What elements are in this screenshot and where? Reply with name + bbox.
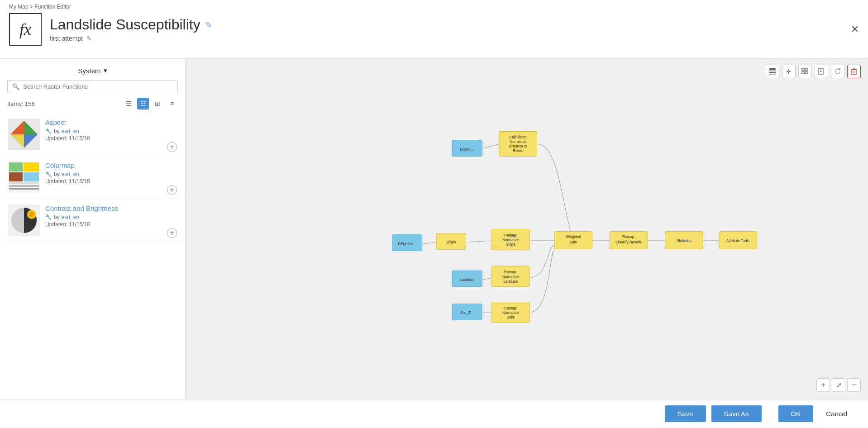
svg-point-17: [29, 212, 34, 217]
zoom-in-button[interactable]: +: [816, 378, 830, 392]
node-calc-normalize[interactable]: Calculator: Normalize Distance to Rivers: [499, 131, 537, 156]
cancel-button[interactable]: Cancel: [819, 405, 854, 422]
add-colormap-button[interactable]: +: [167, 185, 177, 195]
flow-diagram: Distan... DEM Sm... Landuse Soil_T...: [186, 59, 868, 399]
svg-text:Landuse: Landuse: [504, 280, 518, 284]
node-attribute-table[interactable]: Attribute Table: [719, 232, 757, 249]
node-remap-landuse[interactable]: Remap: Normalize Landuse: [492, 266, 530, 287]
svg-rect-25: [802, 71, 804, 74]
svg-rect-7: [9, 162, 23, 171]
svg-text:Landuse: Landuse: [460, 278, 474, 282]
add-aspect-button[interactable]: +: [167, 142, 177, 152]
detail-view-icon[interactable]: ☷: [137, 98, 149, 109]
node-remap-classify[interactable]: Remap: Classify Results: [610, 232, 648, 249]
svg-rect-19: [769, 71, 776, 71]
right-canvas: ✛: [186, 59, 868, 399]
contrast-thumbnail: [8, 204, 40, 236]
svg-text:Normalize: Normalize: [502, 311, 519, 315]
node-landuse[interactable]: Landuse: [452, 271, 482, 287]
close-button[interactable]: ✕: [851, 24, 859, 35]
canvas-toolbar: ✛: [766, 65, 861, 78]
svg-text:Slope: Slope: [506, 243, 515, 247]
items-count: Items: 156: [7, 100, 35, 107]
filter-icon[interactable]: ≡: [166, 98, 178, 109]
move-icon[interactable]: ✛: [782, 65, 796, 78]
search-input[interactable]: [23, 83, 173, 90]
svg-text:Normalize: Normalize: [502, 275, 519, 279]
zoom-controls: + ⤢ −: [816, 378, 861, 392]
divider: [770, 406, 770, 422]
delete-icon[interactable]: [847, 65, 861, 78]
function-list: Aspect 🔧 by esri_en Updated: 11/15/18 +: [0, 113, 185, 399]
svg-text:Distance to: Distance to: [509, 144, 527, 148]
svg-text:✛: ✛: [786, 68, 791, 75]
list-item[interactable]: Colormap 🔧 by esri_en Updated: 11/15/18 …: [4, 156, 181, 199]
svg-text:Soil_T...: Soil_T...: [460, 311, 473, 315]
svg-text:Normalize: Normalize: [502, 238, 519, 242]
list-item[interactable]: Aspect 🔧 by esri_en Updated: 11/15/18 +: [4, 113, 181, 156]
search-icon: 🔍: [12, 83, 19, 90]
wrench-icon: 🔧: [45, 171, 52, 177]
function-name: Colormap: [45, 162, 177, 169]
function-date: Updated: 11/15/18: [45, 178, 177, 185]
svg-text:Soils: Soils: [507, 315, 515, 319]
svg-text:Remap:: Remap:: [504, 233, 517, 238]
svg-text:Slope: Slope: [446, 240, 456, 244]
main-layout: System ▾ 🔍 Items: 156 ☰ ☷ ⊞ ≡: [0, 59, 868, 399]
svg-rect-11: [9, 182, 39, 184]
function-info: Contrast and Brightness 🔧 by esri_en Upd…: [45, 204, 177, 228]
edit-title-icon[interactable]: ✎: [205, 20, 212, 30]
refresh-icon[interactable]: [831, 65, 844, 78]
list-view-icon[interactable]: ☰: [123, 98, 134, 109]
svg-rect-21: [769, 74, 776, 75]
svg-rect-13: [9, 188, 39, 190]
svg-rect-8: [24, 162, 39, 171]
save-button[interactable]: Save: [665, 405, 706, 422]
node-weighted-sum[interactable]: Weighted Sum: [554, 232, 592, 249]
svg-rect-20: [769, 72, 776, 73]
page-subtitle: first attempt: [50, 35, 83, 42]
svg-text:Attribute Table: Attribute Table: [726, 239, 750, 243]
node-dem[interactable]: DEM Sm...: [392, 235, 422, 251]
node-statistics[interactable]: Statistics: [665, 232, 703, 249]
system-selector[interactable]: System ▾: [0, 67, 185, 80]
function-name: Aspect: [45, 119, 177, 126]
properties-icon[interactable]: [766, 65, 779, 78]
add-contrast-button[interactable]: +: [167, 228, 177, 238]
edit-subtitle-icon[interactable]: ✎: [86, 35, 92, 42]
fx-logo: fx: [9, 13, 42, 46]
chevron-down-icon: ▾: [104, 67, 107, 75]
colormap-thumbnail: [8, 162, 40, 193]
node-soil[interactable]: Soil_T...: [452, 304, 482, 320]
function-author: 🔧 by esri_en: [45, 214, 177, 220]
view-icons: ☰ ☷ ⊞ ≡: [123, 98, 178, 109]
grid-view-icon[interactable]: ⊞: [152, 98, 163, 109]
export-icon[interactable]: [815, 65, 828, 78]
zoom-out-button[interactable]: −: [847, 378, 861, 392]
function-date: Updated: 11/15/18: [45, 221, 177, 228]
function-date: Updated: 11/15/18: [45, 135, 177, 142]
node-remap-soils[interactable]: Remap: Normalize Soils: [492, 302, 530, 323]
bottom-bar: Save Save As OK Cancel: [0, 399, 868, 428]
items-row: Items: 156 ☰ ☷ ⊞ ≡: [0, 98, 185, 113]
svg-text:Remap:: Remap:: [622, 235, 635, 239]
svg-text:Weighted: Weighted: [566, 235, 581, 239]
node-slope[interactable]: Slope: [436, 233, 466, 250]
grid-icon[interactable]: [798, 65, 812, 78]
search-bar: 🔍: [7, 80, 178, 93]
ok-button[interactable]: OK: [778, 405, 814, 422]
list-item[interactable]: Contrast and Brightness 🔧 by esri_en Upd…: [4, 199, 181, 242]
top-bar: My Map > Function Editor fx Landslide Su…: [0, 0, 868, 59]
svg-text:Remap:: Remap:: [504, 270, 517, 274]
wrench-icon: 🔧: [45, 128, 52, 134]
node-remap-slope[interactable]: Remap: Normalize Slope: [492, 229, 530, 250]
left-panel: System ▾ 🔍 Items: 156 ☰ ☷ ⊞ ≡: [0, 59, 186, 399]
zoom-fit-button[interactable]: ⤢: [832, 378, 845, 392]
svg-text:Distan...: Distan...: [460, 147, 474, 152]
svg-text:Statistics: Statistics: [677, 239, 692, 243]
node-distan[interactable]: Distan...: [452, 140, 482, 157]
svg-rect-26: [805, 71, 807, 74]
svg-rect-18: [769, 68, 776, 70]
svg-rect-24: [805, 68, 807, 71]
save-as-button[interactable]: Save As: [711, 405, 762, 422]
